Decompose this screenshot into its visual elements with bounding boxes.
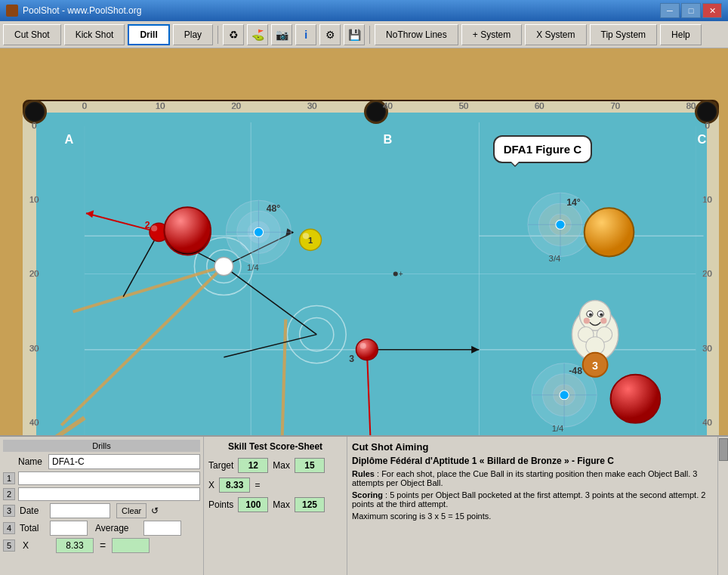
average-input[interactable] (143, 521, 181, 536)
date-input[interactable] (50, 503, 110, 518)
name-input[interactable]: DFA1-C (48, 454, 200, 469)
plus-system-button[interactable]: + System (461, 24, 522, 45)
points-max-value: 125 (295, 497, 325, 512)
clear-icon: ↺ (151, 505, 159, 516)
scoring-label: Scoring (352, 490, 383, 499)
score-panel: Drills Name DFA1-C 1 2 3 Date Clear ↺ 4 … (0, 435, 728, 575)
score-right: Cut Shot Aiming Diplôme Fédéral d'Aptitu… (347, 437, 728, 575)
score-row-2: 2 (3, 487, 200, 501)
pool-table-container: 0 10 20 30 40 50 60 70 80 0 10 20 30 40 … (0, 48, 728, 480)
skill-test-title: Skill Test Score-Sheet (208, 441, 342, 452)
icon-btn-2[interactable]: ⛳ (247, 24, 268, 45)
row-num-1: 1 (3, 472, 15, 484)
scoring-text: Scoring : 5 points per Object Ball pocke… (352, 490, 723, 509)
equals-skill: = (254, 480, 260, 490)
pocket-b (364, 100, 388, 124)
maximize-button[interactable]: □ (681, 3, 701, 18)
icon-btn-1[interactable]: ♻ (223, 24, 244, 45)
target-row: Target 12 Max 15 (208, 458, 342, 473)
max-scoring-text: Maximum scoring is 3 x 5 = 15 points. (352, 512, 723, 521)
date-label: Date (20, 505, 47, 516)
settings-icon-btn[interactable]: ⚙ (319, 24, 341, 45)
score-cell-2 (18, 487, 200, 501)
toolbar: Cut Shot Kick Shot Drill Play ♻ ⛳ 📷 i ⚙ … (0, 21, 728, 48)
date-row: 3 Date Clear ↺ (3, 503, 200, 518)
scrollbar-thumb[interactable] (719, 438, 728, 461)
cut-shot-button[interactable]: Cut Shot (3, 24, 61, 45)
total-input[interactable] (50, 521, 88, 536)
max-value: 15 (295, 458, 325, 473)
score-cell-1 (18, 471, 200, 485)
target-value: 12 (238, 458, 268, 473)
window-controls: ─ □ ✕ (660, 3, 722, 18)
scroll-indicator[interactable] (717, 437, 728, 575)
scoring-content: : 5 points per Object Ball pocketed at t… (352, 490, 705, 509)
titlebar: PoolShot - www.PoolShot.org ─ □ ✕ (0, 0, 728, 21)
points-row: Points 100 Max 125 (208, 497, 342, 512)
score-left-title: Drills (3, 440, 200, 452)
pocket-a (23, 100, 47, 124)
x-row: 5 X 8.33 = (3, 538, 200, 553)
result-value (112, 538, 150, 553)
separator-2 (369, 26, 370, 44)
clear-button[interactable]: Clear (116, 503, 147, 518)
x-skill-value: 8.33 (219, 478, 250, 493)
speech-text: DFA1 Figure C (504, 143, 581, 156)
no-throw-button[interactable]: NoThrow Lines (375, 24, 458, 45)
x-system-button[interactable]: X System (525, 24, 586, 45)
minimize-button[interactable]: ─ (660, 3, 680, 18)
info-icon-btn[interactable]: i (295, 24, 316, 45)
table-felt (36, 113, 707, 461)
camera-icon-btn[interactable]: 📷 (271, 24, 292, 45)
close-button[interactable]: ✕ (702, 3, 722, 18)
rules-content: : For each shot, place the Cue Ball in i… (352, 469, 697, 487)
score-left: Drills Name DFA1-C 1 2 3 Date Clear ↺ 4 … (0, 437, 204, 575)
description-subtitle: Diplôme Fédéral d'Aptitude 1 « Billard d… (352, 456, 723, 466)
row-num-3: 3 (3, 505, 15, 517)
row-num-4: 4 (3, 522, 15, 534)
x-label: X (23, 540, 53, 551)
name-label: Name (18, 456, 45, 467)
drill-button[interactable]: Drill (128, 24, 169, 45)
speech-bubble: DFA1 Figure C (493, 135, 592, 163)
row-num-5: 5 (3, 539, 15, 552)
kick-shot-button[interactable]: Kick Shot (64, 24, 125, 45)
app-icon (6, 5, 18, 17)
rules-text: Rules : For each shot, place the Cue Bal… (352, 469, 723, 487)
score-row-1: 1 (3, 471, 200, 485)
x-value: 8.33 (56, 538, 94, 553)
help-button[interactable]: Help (660, 24, 702, 45)
rules-label: Rules (352, 469, 375, 478)
name-row: Name DFA1-C (3, 454, 200, 469)
points-value: 100 (238, 497, 268, 512)
x-skill-label: X (208, 480, 214, 490)
score-middle: Skill Test Score-Sheet Target 12 Max 15 … (204, 437, 347, 575)
ruler-right (705, 113, 719, 461)
description-title: Cut Shot Aiming (352, 441, 723, 453)
points-max-label: Max (273, 499, 290, 510)
save-icon-btn[interactable]: 💾 (344, 24, 365, 45)
total-label: Total (20, 523, 47, 533)
play-button[interactable]: Play (173, 24, 213, 45)
equals-sign: = (100, 539, 106, 552)
x-skill-row: X 8.33 = (208, 478, 342, 493)
ruler-left (23, 113, 36, 461)
average-label: Average (95, 523, 140, 533)
separator-1 (217, 26, 218, 44)
pocket-c (695, 100, 719, 124)
max-label: Max (273, 460, 290, 471)
points-label: Points (208, 499, 233, 510)
target-label: Target (208, 460, 233, 471)
window-title: PoolShot - www.PoolShot.org (23, 5, 660, 16)
row-num-2: 2 (3, 488, 15, 500)
tip-system-button[interactable]: Tip System (590, 24, 658, 45)
total-row: 4 Total Average (3, 521, 200, 536)
